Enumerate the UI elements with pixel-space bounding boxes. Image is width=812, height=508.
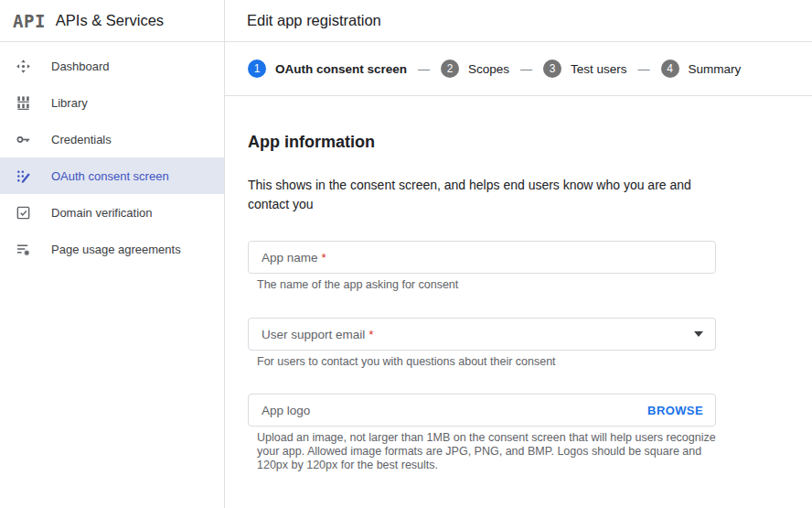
step-summary[interactable]: 4 Summary [661, 59, 742, 78]
domain-verification-icon [15, 204, 31, 221]
required-asterisk: * [369, 328, 373, 341]
required-asterisk: * [322, 251, 326, 265]
step-separator: — [638, 62, 650, 76]
step-label: Scopes [468, 62, 509, 76]
stepper: 1 OAuth consent screen — 2 Scopes — 3 Te… [225, 42, 812, 96]
page-usage-icon [15, 241, 31, 257]
dashboard-icon [15, 58, 31, 74]
step-number-badge: 3 [543, 59, 561, 78]
sidebar-item-page-usage-agreements[interactable]: Page usage agreements [0, 231, 224, 267]
app-logo-field-group: App logo BROWSE Upload an image, not lar… [248, 394, 790, 472]
step-number-badge: 1 [248, 59, 266, 78]
user-support-email-helper-text: For users to contact you with questions … [257, 355, 721, 369]
step-separator: — [520, 62, 532, 76]
sidebar-item-credentials[interactable]: Credentials [0, 121, 224, 157]
app-logo-helper-text: Upload an image, not larger than 1MB on … [257, 431, 721, 472]
sidebar-item-label: Domain verification [51, 206, 153, 220]
step-label: OAuth consent screen [275, 62, 407, 76]
app-logo-placeholder: App logo [262, 404, 310, 417]
sidebar-item-library[interactable]: Library [0, 84, 224, 121]
app-logo-input[interactable]: App logo BROWSE [248, 394, 716, 427]
sidebar-item-domain-verification[interactable]: Domain verification [0, 194, 224, 231]
page-title: Edit app registration [247, 12, 381, 29]
sidebar-item-dashboard[interactable]: Dashboard [0, 48, 224, 84]
sidebar-item-label: Dashboard [51, 59, 110, 73]
sidebar-header: API APIs & Services [0, 0, 224, 42]
sidebar: API APIs & Services Dashboard Library [0, 0, 225, 508]
step-scopes[interactable]: 2 Scopes [441, 59, 509, 78]
step-number-badge: 2 [441, 59, 459, 78]
section-title: App information [248, 133, 790, 152]
user-support-email-field-group: User support email * For users to contac… [248, 318, 790, 369]
sidebar-nav: Dashboard Library Credentials OAuth cons… [0, 42, 224, 267]
library-icon [15, 94, 31, 111]
form-content: App information This shows in the consen… [225, 96, 812, 472]
step-test-users[interactable]: 3 Test users [543, 59, 627, 78]
sidebar-title: APIs & Services [56, 12, 164, 29]
main-panel: Edit app registration 1 OAuth consent sc… [225, 0, 812, 508]
api-logo: API [13, 11, 46, 31]
app-name-helper-text: The name of the app asking for consent [257, 278, 721, 292]
app-name-input[interactable]: App name * [248, 241, 716, 274]
user-support-email-select[interactable]: User support email * [248, 318, 716, 351]
user-support-email-placeholder: User support email [262, 328, 365, 341]
sidebar-item-label: Page usage agreements [51, 243, 181, 256]
step-label: Summary [689, 62, 742, 76]
sidebar-item-label: OAuth consent screen [51, 169, 169, 183]
key-icon [15, 131, 31, 147]
page-header: Edit app registration [225, 0, 812, 42]
step-number-badge: 4 [661, 59, 679, 78]
oauth-consent-icon [15, 168, 31, 184]
sidebar-item-oauth-consent-screen[interactable]: OAuth consent screen [0, 157, 224, 194]
browse-button[interactable]: BROWSE [647, 404, 703, 417]
step-label: Test users [571, 62, 627, 76]
sidebar-item-label: Library [51, 96, 88, 110]
app-window: API APIs & Services Dashboard Library [0, 0, 812, 508]
step-oauth-consent-screen[interactable]: 1 OAuth consent screen [248, 59, 407, 78]
app-name-field-group: App name * The name of the app asking fo… [248, 241, 790, 292]
section-description: This shows in the consent screen, and he… [248, 176, 710, 214]
dropdown-caret-icon[interactable] [694, 331, 703, 337]
app-name-placeholder: App name [262, 251, 318, 265]
sidebar-item-label: Credentials [51, 133, 112, 146]
step-separator: — [418, 62, 430, 76]
